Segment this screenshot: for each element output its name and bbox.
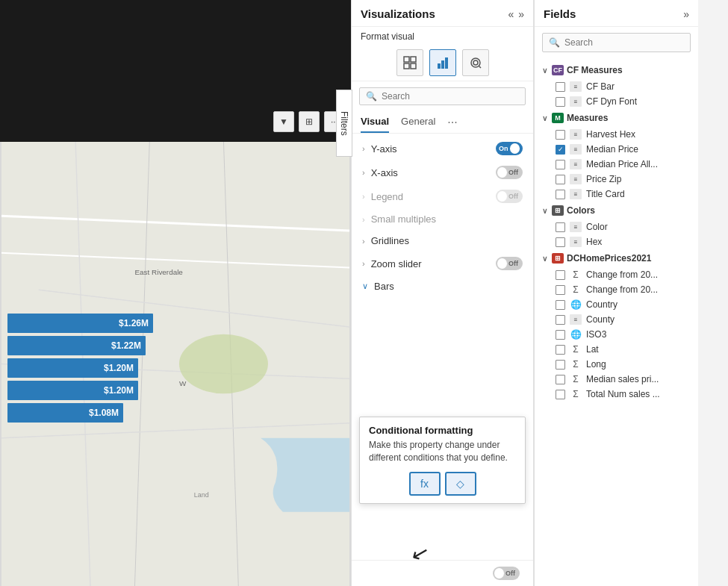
- median-price-all-checkbox[interactable]: [556, 160, 565, 169]
- field-county[interactable]: ≡ County: [535, 312, 698, 327]
- zoom-slider-row[interactable]: › Zoom slider Off: [352, 252, 533, 275]
- field-cf-dyn-font[interactable]: ≡ CF Dyn Font: [535, 94, 698, 109]
- svg-rect-14: [404, 57, 409, 62]
- field-change-from-20-1[interactable]: Σ Change from 20...: [535, 267, 698, 282]
- dc-home-prices-chevron: ∨: [542, 255, 547, 263]
- field-country[interactable]: 🌐 Country: [535, 297, 698, 312]
- y-axis-toggle[interactable]: On: [496, 142, 523, 155]
- field-iso3[interactable]: 🌐 ISO3: [535, 327, 698, 342]
- viz-search-input[interactable]: [382, 91, 519, 102]
- tab-visual[interactable]: Visual: [361, 111, 389, 133]
- x-axis-toggle[interactable]: Off: [496, 166, 523, 179]
- legend-toggle[interactable]: Off: [496, 190, 523, 203]
- small-multiples-row[interactable]: › Small multiples: [352, 208, 533, 230]
- group-dc-home-prices[interactable]: ∨ ⊞ DCHomePrices2021: [535, 249, 698, 267]
- county-checkbox[interactable]: [556, 315, 565, 325]
- tooltip-diamond-btn[interactable]: ◇: [445, 472, 476, 496]
- median-sales-pri-checkbox[interactable]: [556, 375, 565, 384]
- x-axis-row[interactable]: › X-axis Off: [352, 160, 533, 184]
- expand-icon[interactable]: ⊞: [299, 111, 320, 132]
- viz-header: Visualizations « »: [352, 0, 533, 27]
- filter-icon[interactable]: ▼: [273, 111, 294, 132]
- group-colors[interactable]: ∨ ⊞ Colors: [535, 202, 698, 219]
- total-num-sales-checkbox[interactable]: [556, 390, 565, 399]
- bar-4: $1.20M: [7, 381, 138, 400]
- viz-bottom-bar: Off: [352, 560, 533, 586]
- svg-rect-15: [411, 57, 416, 62]
- bottom-toggle[interactable]: Off: [493, 567, 520, 580]
- bar-chart-format-btn[interactable]: [429, 49, 456, 76]
- viz-search-icon: 🔍: [366, 91, 377, 102]
- viz-tabs: Visual General ···: [352, 111, 533, 134]
- fields-search-input[interactable]: [564, 37, 684, 48]
- cf-dyn-font-icon: ≡: [570, 96, 582, 107]
- title-card-checkbox[interactable]: [556, 190, 565, 199]
- field-lat[interactable]: Σ Lat: [535, 342, 698, 357]
- fields-expand-icon[interactable]: »: [683, 8, 689, 20]
- filters-tab[interactable]: Filters: [336, 90, 352, 157]
- country-checkbox[interactable]: [556, 300, 565, 310]
- lat-checkbox[interactable]: [556, 345, 565, 355]
- group-measures[interactable]: ∨ M Measures: [535, 109, 698, 127]
- field-hex[interactable]: ≡ Hex: [535, 234, 698, 249]
- change-from-20-1-checkbox[interactable]: [556, 270, 565, 280]
- tab-more-icon[interactable]: ···: [447, 116, 457, 129]
- harvest-hex-icon: ≡: [570, 129, 582, 140]
- tab-general[interactable]: General: [401, 111, 435, 133]
- viz-expand-icon[interactable]: »: [518, 8, 524, 20]
- bar-row: $1.20M: [7, 358, 217, 378]
- bar-chart: $1.26M $1.22M $1.20M $1.20M $1.0: [0, 306, 224, 430]
- long-checkbox[interactable]: [556, 360, 565, 370]
- zoom-slider-toggle[interactable]: Off: [496, 257, 523, 270]
- median-price-checkbox[interactable]: ✓: [556, 145, 565, 155]
- field-median-price-all[interactable]: ≡ Median Price All...: [535, 157, 698, 172]
- map-background: East Riverdale Bladensburg W Land $1.26M…: [0, 142, 351, 586]
- tooltip-fx-btn[interactable]: fx: [409, 472, 441, 496]
- field-change-from-20-2[interactable]: Σ Change from 20...: [535, 282, 698, 297]
- field-total-num-sales[interactable]: Σ Total Num sales ...: [535, 387, 698, 402]
- field-cf-bar[interactable]: ≡ CF Bar: [535, 79, 698, 94]
- grid-view-btn[interactable]: [396, 49, 423, 76]
- format-visual-label: Format visual: [352, 27, 533, 45]
- zoom-slider-label: Zoom slider: [371, 258, 422, 269]
- bar-1: $1.26M: [7, 314, 153, 333]
- analytics-format-btn[interactable]: [462, 49, 489, 76]
- field-title-card[interactable]: ≡ Title Card: [535, 187, 698, 202]
- cf-dyn-font-checkbox[interactable]: [556, 97, 565, 107]
- field-long[interactable]: Σ Long: [535, 357, 698, 372]
- bars-row[interactable]: ∨ Bars: [352, 275, 533, 297]
- x-axis-label: X-axis: [371, 167, 398, 178]
- price-zip-checkbox[interactable]: [556, 175, 565, 184]
- field-median-sales-pri[interactable]: Σ Median sales pri...: [535, 372, 698, 387]
- svg-point-21: [471, 58, 480, 67]
- iso3-checkbox[interactable]: [556, 330, 565, 340]
- tooltip-body: Make this property change under differen…: [369, 439, 516, 464]
- change-from-20-2-checkbox[interactable]: [556, 285, 565, 295]
- field-median-price[interactable]: ✓ ≡ Median Price: [535, 142, 698, 157]
- y-axis-row[interactable]: › Y-axis On: [352, 137, 533, 160]
- viz-collapse-icon[interactable]: «: [508, 8, 514, 20]
- color-checkbox[interactable]: [556, 222, 565, 232]
- field-harvest-hex[interactable]: ≡ Harvest Hex: [535, 127, 698, 142]
- y-axis-chevron: ›: [362, 144, 365, 153]
- gridlines-row[interactable]: › Gridlines: [352, 230, 533, 252]
- cf-bar-checkbox[interactable]: [556, 82, 565, 92]
- cf-measures-chevron: ∨: [542, 66, 547, 75]
- bars-label: Bars: [374, 281, 394, 292]
- cf-measures-icon: CF: [552, 65, 564, 75]
- viz-panel-title: Visualizations: [361, 7, 435, 20]
- price-zip-icon: ≡: [570, 174, 582, 184]
- hex-checkbox[interactable]: [556, 237, 565, 247]
- fields-search-bar[interactable]: 🔍: [542, 33, 691, 52]
- total-num-sales-icon: Σ: [570, 389, 582, 399]
- svg-rect-19: [441, 60, 444, 69]
- viz-search-bar[interactable]: 🔍: [359, 87, 526, 105]
- harvest-hex-checkbox[interactable]: [556, 130, 565, 140]
- field-price-zip[interactable]: ≡ Price Zip: [535, 172, 698, 187]
- x-axis-chevron: ›: [362, 168, 365, 177]
- legend-row[interactable]: › Legend Off: [352, 184, 533, 208]
- group-cf-measures[interactable]: ∨ CF CF Measures: [535, 61, 698, 79]
- field-color[interactable]: ≡ Color: [535, 219, 698, 234]
- median-sales-pri-icon: Σ: [570, 374, 582, 384]
- measures-icon: M: [552, 113, 564, 123]
